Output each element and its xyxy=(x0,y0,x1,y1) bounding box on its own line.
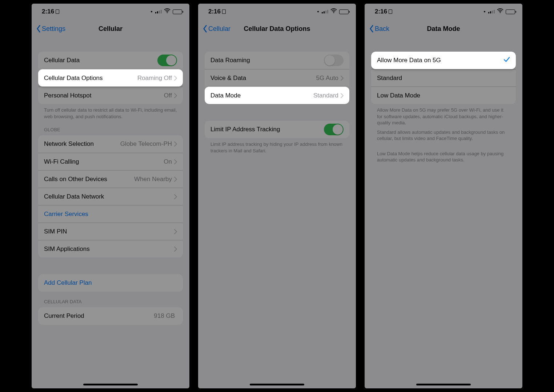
group-ip-tracking: Limit IP Address Tracking xyxy=(205,121,349,138)
row-carrier-services[interactable]: Carrier Services xyxy=(38,205,183,223)
wifi-icon xyxy=(497,8,503,15)
home-indicator[interactable] xyxy=(416,384,471,385)
home-indicator[interactable] xyxy=(250,384,304,385)
row-value: 918 GB xyxy=(154,312,175,320)
chevron-right-icon xyxy=(174,229,177,234)
row-calls-other-devices[interactable]: Calls on Other Devices When Nearby xyxy=(38,170,183,188)
footer-text-5g: Allow More Data on 5G may prefer 5G over… xyxy=(371,104,516,126)
signal-dot-icon xyxy=(151,11,152,12)
group-cellular-main: Cellular Data Cellular Data Options Roam… xyxy=(38,52,183,104)
battery-icon xyxy=(506,9,515,14)
row-allow-more-5g[interactable]: Allow More Data on 5G xyxy=(371,52,516,69)
row-label: Data Mode xyxy=(210,92,313,99)
chevron-right-icon xyxy=(174,141,177,147)
battery-icon xyxy=(339,9,349,14)
home-indicator[interactable] xyxy=(83,384,138,385)
chevron-right-icon xyxy=(174,177,177,182)
row-sim-applications[interactable]: SIM Applications xyxy=(38,240,183,257)
row-label: Low Data Mode xyxy=(377,92,510,99)
document-icon xyxy=(56,9,59,14)
back-label: Back xyxy=(375,25,389,33)
row-data-roaming[interactable]: Data Roaming xyxy=(205,52,349,69)
footer-text-low: Low Data Mode helps reduce cellular data… xyxy=(371,148,516,169)
chevron-left-icon xyxy=(369,25,374,33)
back-button[interactable]: Cellular xyxy=(202,25,230,33)
row-cellular-data-options[interactable]: Cellular Data Options Roaming Off xyxy=(38,69,183,87)
limit-ip-toggle[interactable] xyxy=(324,124,344,135)
signal-dot-icon xyxy=(484,11,485,12)
row-personal-hotspot[interactable]: Personal Hotspot Off xyxy=(38,87,183,104)
back-label: Cellular xyxy=(208,25,230,33)
group-globe: Network Selection Globe Telecom-PH Wi-Fi… xyxy=(38,135,183,257)
row-value: On xyxy=(164,158,172,165)
cellular-signal-icon xyxy=(155,10,162,13)
row-label: Current Period xyxy=(44,312,154,320)
row-label: Data Roaming xyxy=(210,57,324,64)
wifi-icon xyxy=(330,8,337,15)
row-cellular-data[interactable]: Cellular Data xyxy=(38,52,183,69)
back-button[interactable]: Back xyxy=(369,25,389,33)
check-icon xyxy=(503,56,510,65)
group-add-plan: Add Cellular Plan xyxy=(38,274,183,292)
section-header-globe: GLOBE xyxy=(38,120,183,135)
group-data-options: Data Roaming Voice & Data 5G Auto Data M… xyxy=(205,52,349,104)
phone-screen-cellular-data-options: 2:16 Cellular Cellular Data Options Data… xyxy=(198,4,356,388)
chevron-right-icon xyxy=(174,93,177,98)
footer-text: Turn off cellular data to restrict all d… xyxy=(38,104,183,120)
group-data-mode-options: Allow More Data on 5G Standard Low Data … xyxy=(371,52,516,104)
battery-icon xyxy=(173,9,182,14)
phone-screen-data-mode: 2:16 Back Data Mode Allow More Data on 5… xyxy=(365,4,522,388)
document-icon xyxy=(222,9,226,14)
row-low-data-mode[interactable]: Low Data Mode xyxy=(371,87,516,104)
chevron-right-icon xyxy=(341,93,344,98)
row-label: Add Cellular Plan xyxy=(44,279,177,287)
chevron-left-icon xyxy=(36,25,41,33)
data-roaming-toggle[interactable] xyxy=(324,55,344,66)
row-label: Cellular Data Network xyxy=(44,193,174,200)
document-icon xyxy=(389,9,392,14)
chevron-right-icon xyxy=(341,76,344,81)
status-bar: 2:16 xyxy=(198,4,356,20)
back-label: Settings xyxy=(42,25,65,33)
row-label: Wi-Fi Calling xyxy=(44,158,164,165)
row-wifi-calling[interactable]: Wi-Fi Calling On xyxy=(38,153,183,170)
status-time: 2:16 xyxy=(375,8,387,15)
row-value: Off xyxy=(164,92,172,99)
chevron-right-icon xyxy=(174,194,177,199)
row-label: SIM PIN xyxy=(44,228,174,235)
row-standard[interactable]: Standard xyxy=(371,69,516,87)
row-label: Allow More Data on 5G xyxy=(377,57,503,64)
row-label: Cellular Data xyxy=(44,57,157,64)
cellular-signal-icon xyxy=(322,10,328,13)
chevron-right-icon xyxy=(174,76,177,81)
status-bar: 2:16 xyxy=(32,4,189,20)
signal-dot-icon xyxy=(317,11,319,12)
cellular-signal-icon xyxy=(488,10,495,13)
row-limit-ip-tracking[interactable]: Limit IP Address Tracking xyxy=(205,121,349,138)
row-current-period[interactable]: Current Period 918 GB xyxy=(38,307,183,325)
status-time: 2:16 xyxy=(42,8,54,15)
chevron-right-icon xyxy=(174,159,177,164)
cellular-data-toggle[interactable] xyxy=(157,55,177,66)
row-label: Calls on Other Devices xyxy=(44,176,134,183)
row-sim-pin[interactable]: SIM PIN xyxy=(38,223,183,240)
row-value: Roaming Off xyxy=(137,75,172,82)
row-data-mode[interactable]: Data Mode Standard xyxy=(205,87,349,104)
status-time: 2:16 xyxy=(208,8,221,15)
row-network-selection[interactable]: Network Selection Globe Telecom-PH xyxy=(38,135,183,153)
row-label: Cellular Data Options xyxy=(44,75,137,82)
row-value: When Nearby xyxy=(134,176,172,183)
row-label: Standard xyxy=(377,75,510,82)
nav-bar: Cellular Cellular Data Options xyxy=(198,20,356,38)
row-value: Standard xyxy=(313,92,338,99)
row-add-cellular-plan[interactable]: Add Cellular Plan xyxy=(38,274,183,292)
nav-bar: Back Data Mode xyxy=(365,20,522,38)
back-button[interactable]: Settings xyxy=(36,25,65,33)
row-value: 5G Auto xyxy=(316,75,338,82)
row-label: SIM Applications xyxy=(44,245,174,253)
row-label: Limit IP Address Tracking xyxy=(210,126,324,133)
row-label: Personal Hotspot xyxy=(44,92,164,99)
phone-screen-cellular: 2:16 Settings Cellular Cellular Data Cel… xyxy=(32,4,189,388)
row-cellular-data-network[interactable]: Cellular Data Network xyxy=(38,188,183,205)
row-voice-and-data[interactable]: Voice & Data 5G Auto xyxy=(205,69,349,87)
